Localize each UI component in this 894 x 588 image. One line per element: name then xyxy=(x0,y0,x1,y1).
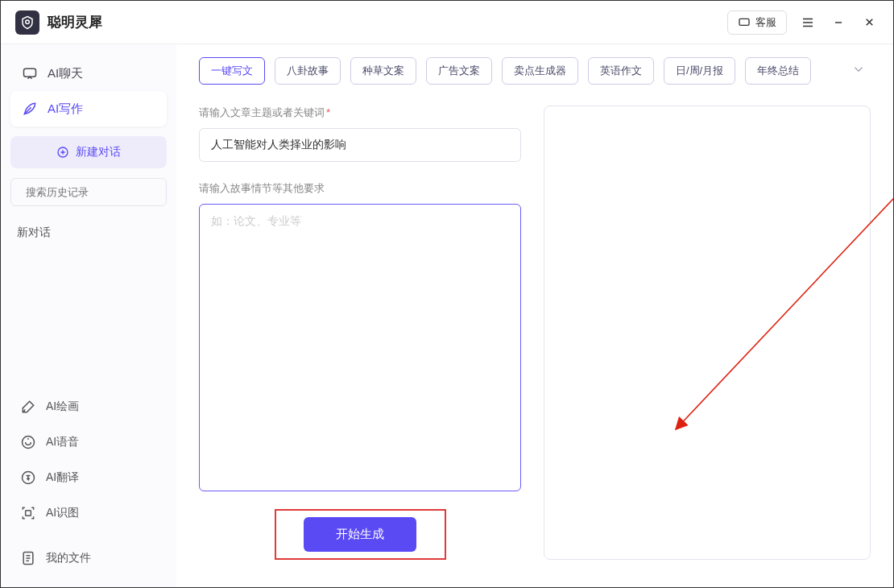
tool-ai-voice[interactable]: AI语音 xyxy=(10,424,167,460)
tool-label: AI绘画 xyxy=(46,400,79,414)
tool-label: AI识图 xyxy=(46,506,79,520)
requirements-textarea[interactable] xyxy=(199,204,521,491)
category-chip[interactable]: 日/周/月报 xyxy=(664,57,735,85)
svg-point-0 xyxy=(26,20,30,24)
category-chip[interactable]: 广告文案 xyxy=(426,57,492,85)
main-content: 一键写文 八卦故事 种草文案 广告文案 卖点生成器 英语作文 日/周/月报 年终… xyxy=(176,44,893,587)
scan-icon xyxy=(20,505,36,521)
sidebar: AI聊天 AI写作 新建对话 新对话 AI绘画 AI语音 AI翻译 xyxy=(1,44,176,587)
minimize-button[interactable] xyxy=(829,13,848,32)
category-chip[interactable]: 八卦故事 xyxy=(275,57,341,85)
my-files[interactable]: 我的文件 xyxy=(10,540,167,576)
topic-input[interactable] xyxy=(199,128,521,162)
tool-ai-paint[interactable]: AI绘画 xyxy=(10,389,167,424)
app-title: 聪明灵犀 xyxy=(48,13,102,31)
voice-icon xyxy=(20,434,36,450)
category-chip[interactable]: 卖点生成器 xyxy=(502,57,578,85)
expand-categories[interactable] xyxy=(846,57,871,85)
hamburger-icon xyxy=(801,15,815,30)
nav-ai-writing[interactable]: AI写作 xyxy=(10,91,167,126)
chat-bubble-icon xyxy=(738,16,751,29)
my-files-label: 我的文件 xyxy=(46,551,91,565)
svg-rect-7 xyxy=(26,511,31,516)
history-item[interactable]: 新对话 xyxy=(10,217,167,248)
new-chat-label: 新建对话 xyxy=(76,145,121,159)
new-chat-button[interactable]: 新建对话 xyxy=(10,136,167,168)
tool-ai-scan[interactable]: AI识图 xyxy=(10,495,167,531)
output-panel xyxy=(544,106,871,560)
tool-label: AI语音 xyxy=(46,435,79,449)
generate-highlight-box: 开始生成 xyxy=(275,509,446,560)
nav-ai-chat[interactable]: AI聊天 xyxy=(10,56,167,91)
search-input[interactable] xyxy=(26,186,161,198)
close-button[interactable] xyxy=(859,13,879,32)
svg-point-5 xyxy=(23,437,35,449)
category-chip[interactable]: 一键写文 xyxy=(199,57,265,85)
category-chip[interactable]: 英语作文 xyxy=(588,57,654,85)
chevron-down-icon xyxy=(851,62,866,77)
category-row: 一键写文 八卦故事 种草文案 广告文案 卖点生成器 英语作文 日/周/月报 年终… xyxy=(199,57,871,85)
support-label: 客服 xyxy=(755,15,776,30)
required-marker: * xyxy=(326,106,330,118)
paint-icon xyxy=(20,399,36,415)
nav-label: AI聊天 xyxy=(48,66,83,81)
close-icon xyxy=(863,16,875,28)
plus-circle-icon xyxy=(56,146,69,159)
tool-ai-translate[interactable]: AI翻译 xyxy=(10,460,167,495)
history-search[interactable] xyxy=(10,178,167,206)
category-chip[interactable]: 年终总结 xyxy=(745,57,811,85)
app-logo-icon xyxy=(15,10,39,35)
chat-icon xyxy=(22,65,38,81)
minimize-icon xyxy=(833,17,844,28)
feather-icon xyxy=(22,101,38,117)
category-chip[interactable]: 种草文案 xyxy=(350,57,416,85)
nav-label: AI写作 xyxy=(48,101,83,117)
tool-label: AI翻译 xyxy=(46,470,79,485)
support-button[interactable]: 客服 xyxy=(727,10,787,35)
menu-button[interactable] xyxy=(798,13,817,32)
file-icon xyxy=(20,550,36,566)
topic-label: 请输入文章主题或者关键词* xyxy=(199,106,521,120)
requirements-label: 请输入故事情节等其他要求 xyxy=(199,181,521,196)
form-column: 请输入文章主题或者关键词* 请输入故事情节等其他要求 开始生成 xyxy=(199,106,521,560)
translate-icon xyxy=(20,470,36,486)
titlebar: 聪明灵犀 客服 xyxy=(1,1,893,44)
generate-button[interactable]: 开始生成 xyxy=(304,517,416,552)
svg-rect-2 xyxy=(24,68,36,77)
